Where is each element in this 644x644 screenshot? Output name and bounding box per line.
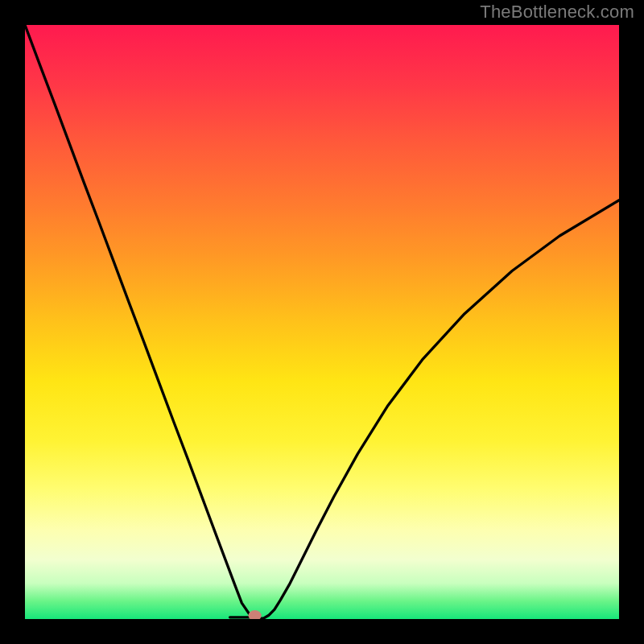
- bottleneck-chart: [25, 25, 619, 619]
- watermark-text: TheBottleneck.com: [480, 2, 634, 23]
- gradient-background: [25, 25, 619, 619]
- chart-frame: TheBottleneck.com: [0, 0, 644, 644]
